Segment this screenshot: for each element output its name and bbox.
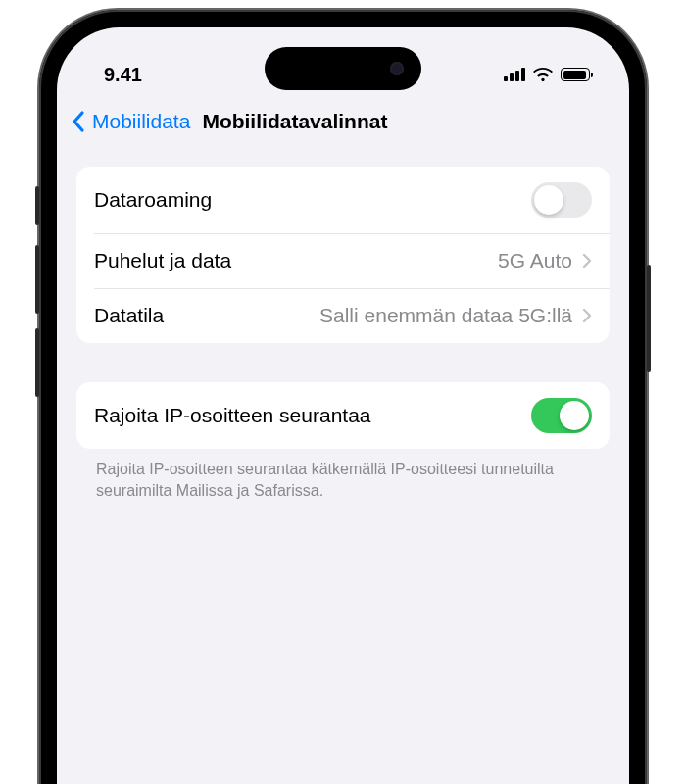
phone-frame: 9.41 [39,10,647,784]
toggle-data-roaming[interactable] [531,182,592,218]
row-label: Dataroaming [94,188,212,212]
settings-group-2: Rajoita IP-osoitteen seurantaa [76,382,610,449]
front-camera-icon [390,62,404,75]
side-button [35,186,39,225]
row-data-roaming: Dataroaming [76,167,610,233]
dynamic-island [265,47,421,90]
row-data-mode[interactable]: Datatila Salli enemmän dataa 5G:llä [76,288,610,343]
row-value: Salli enemmän dataa 5G:llä [319,304,572,327]
status-time: 9.41 [104,64,142,86]
back-chevron-icon[interactable] [71,110,86,133]
footer-note: Rajoita IP-osoitteen seurantaa kätkemäll… [76,459,610,501]
back-button[interactable]: Mobiilidata [92,110,190,133]
page-title: Mobiilidatavalinnat [202,110,387,133]
cellular-signal-icon [504,68,525,81]
row-value: 5G Auto [498,249,572,272]
row-label: Puhelut ja data [94,249,231,272]
side-button [35,245,39,314]
navigation-bar: Mobiilidata Mobiilidatavalinnat [57,98,629,147]
chevron-right-icon [582,308,592,323]
row-voice-and-data[interactable]: Puhelut ja data 5G Auto [76,233,610,288]
toggle-limit-ip-tracking[interactable] [531,398,592,433]
row-limit-ip-tracking: Rajoita IP-osoitteen seurantaa [76,382,610,449]
row-label: Datatila [94,304,164,327]
screen: 9.41 [57,27,629,784]
row-label: Rajoita IP-osoitteen seurantaa [94,404,371,427]
settings-group-1: Dataroaming Puhelut ja data 5G Auto [76,167,610,343]
battery-icon [561,68,590,81]
wifi-icon [533,68,553,81]
side-button [647,265,651,372]
side-button [35,328,39,397]
chevron-right-icon [582,253,592,269]
